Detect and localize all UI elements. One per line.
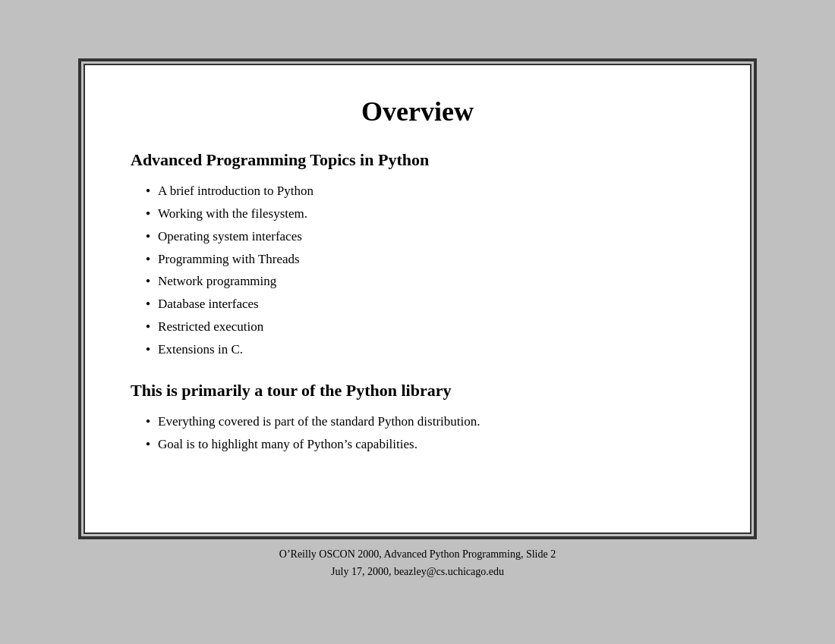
slide-wrapper: Overview Advanced Programming Topics in … bbox=[0, 64, 835, 580]
section1-heading: Advanced Programming Topics in Python bbox=[131, 150, 704, 170]
section1-bullet-list: A brief introduction to PythonWorking wi… bbox=[146, 182, 704, 358]
list-item: Goal is to highlight many of Python’s ca… bbox=[146, 435, 704, 454]
footer-line2: July 17, 2000, beazley@cs.uchicago.edu bbox=[279, 564, 556, 580]
section2-heading: This is primarily a tour of the Python l… bbox=[131, 381, 704, 401]
list-item: Everything covered is part of the standa… bbox=[146, 413, 704, 431]
slide-title: Overview bbox=[131, 96, 704, 127]
list-item: Programming with Threads bbox=[146, 250, 704, 269]
list-item: Restricted execution bbox=[146, 318, 704, 336]
list-item: Working with the filesystem. bbox=[146, 205, 704, 223]
list-item: Operating system interfaces bbox=[146, 228, 704, 246]
list-item: Database interfaces bbox=[146, 295, 704, 313]
list-item: A brief introduction to Python bbox=[146, 182, 704, 200]
list-item: Extensions in C. bbox=[146, 341, 704, 359]
slide-footer: O’Reilly OSCON 2000, Advanced Python Pro… bbox=[279, 546, 556, 580]
list-item: Network programming bbox=[146, 272, 704, 291]
footer-line1: O’Reilly OSCON 2000, Advanced Python Pro… bbox=[279, 546, 556, 563]
slide-container: Overview Advanced Programming Topics in … bbox=[84, 64, 752, 534]
section2-bullet-list: Everything covered is part of the standa… bbox=[146, 413, 704, 454]
